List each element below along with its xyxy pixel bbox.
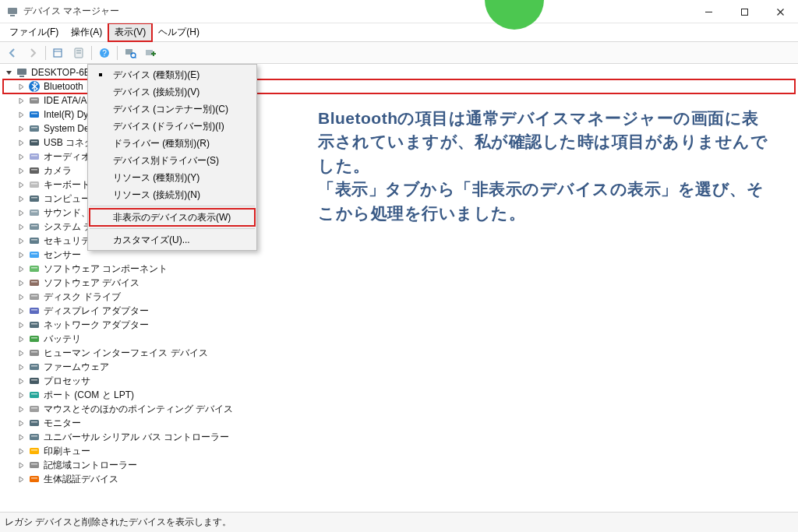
- dd-resources-by-type[interactable]: リソース (種類別)(Y): [90, 169, 255, 186]
- svg-rect-49: [31, 281, 37, 283]
- add-legacy-hardware-button[interactable]: [141, 44, 160, 62]
- device-category-icon: [28, 305, 41, 317]
- tree-expander-icon[interactable]: [16, 432, 26, 442]
- tree-expander-icon[interactable]: [16, 81, 26, 92]
- tree-expander-icon[interactable]: [16, 417, 26, 428]
- tree-item[interactable]: ファームウェア: [3, 360, 795, 374]
- tree-item[interactable]: ユニバーサル シリアル バス コントローラー: [3, 430, 795, 444]
- tree-expander-icon[interactable]: [16, 361, 26, 372]
- device-tree-pane: DESKTOP-6E4BluetoothIDE ATA/AIntel(R) Dy…: [0, 64, 798, 507]
- tree-item[interactable]: ポート (COM と LPT): [3, 388, 795, 402]
- dd-drivers-by-type[interactable]: ドライバー (種類別)(R): [90, 135, 255, 152]
- tree-item[interactable]: ソフトウェア デバイス: [3, 276, 795, 290]
- show-hide-tree-button[interactable]: [49, 44, 68, 62]
- svg-rect-1: [10, 15, 15, 16]
- forward-button[interactable]: [23, 44, 42, 62]
- svg-rect-24: [30, 111, 39, 118]
- tree-item[interactable]: ソフトウェア コンポーネント: [3, 262, 795, 276]
- scan-hardware-button[interactable]: [121, 44, 139, 62]
- tree-expander-icon[interactable]: [16, 403, 26, 414]
- tree-item[interactable]: ディスク ドライブ: [3, 290, 795, 304]
- tree-expander-icon[interactable]: [16, 235, 26, 246]
- annotation-line: 「表示」タブから「非表示のデバイスの表示」を選び、そこから処理を行いました。: [318, 178, 775, 225]
- tree-item[interactable]: ディスプレイ アダプター: [3, 304, 795, 318]
- dd-devices-by-container[interactable]: デバイス (コンテナー別)(C): [90, 100, 255, 118]
- tree-expander-icon[interactable]: [16, 305, 26, 316]
- tree-node-label: マウスとそのほかのポインティング デバイス: [44, 402, 233, 416]
- annotation-line: Bluetoothの項目は通常デバイスマネージャーの画面に表示されていますが、私…: [318, 107, 775, 178]
- toolbar: ?: [0, 42, 798, 64]
- tree-expander-icon[interactable]: [16, 109, 26, 120]
- svg-rect-44: [30, 252, 39, 258]
- svg-rect-55: [31, 323, 37, 325]
- menu-view[interactable]: 表示(V): [108, 23, 152, 41]
- tree-expander-icon[interactable]: [16, 291, 26, 302]
- tree-expander-icon[interactable]: [16, 375, 26, 386]
- svg-rect-50: [30, 294, 39, 300]
- device-category-icon: [28, 403, 41, 415]
- tree-expander-icon[interactable]: [16, 165, 26, 176]
- tree-node-label: ポート (COM と LPT): [44, 388, 134, 402]
- svg-rect-63: [31, 379, 37, 381]
- tree-item[interactable]: 生体認証デバイス: [3, 472, 795, 486]
- svg-rect-68: [30, 420, 39, 426]
- tree-node-label: Intel(R) Dy: [44, 107, 88, 122]
- tree-expander-icon[interactable]: [16, 347, 26, 358]
- tree-expander-icon[interactable]: [16, 151, 26, 162]
- minimize-button[interactable]: [690, 0, 726, 23]
- tree-expander-icon[interactable]: [16, 221, 26, 232]
- tree-expander-icon[interactable]: [16, 319, 26, 330]
- svg-rect-62: [30, 378, 39, 384]
- device-category-icon: [28, 122, 41, 135]
- tree-node-label: システム デ: [44, 220, 93, 234]
- tree-expander-icon[interactable]: [16, 277, 26, 288]
- tree-expander-icon[interactable]: [16, 446, 26, 456]
- tree-expander-icon[interactable]: [16, 333, 26, 344]
- tree-item[interactable]: ヒューマン インターフェイス デバイス: [3, 346, 795, 360]
- back-button[interactable]: [3, 44, 22, 62]
- close-button[interactable]: [762, 0, 798, 23]
- tree-item[interactable]: マウスとそのほかのポインティング デバイス: [3, 402, 795, 416]
- svg-rect-31: [31, 155, 37, 157]
- tree-expander-icon[interactable]: [16, 95, 26, 106]
- titlebar: デバイス マネージャー: [0, 0, 798, 23]
- tree-item[interactable]: バッテリ: [3, 332, 795, 346]
- dd-devices-by-driver[interactable]: デバイス (ドライバー別)(I): [90, 118, 255, 135]
- tree-expander-icon[interactable]: [3, 67, 14, 78]
- dd-show-hidden-devices[interactable]: 非表示のデバイスの表示(W): [90, 209, 255, 226]
- tree-expander-icon[interactable]: [16, 123, 26, 134]
- properties-button[interactable]: [69, 44, 88, 62]
- maximize-button[interactable]: [726, 0, 762, 23]
- tree-item[interactable]: 印刷キュー: [3, 444, 795, 458]
- dd-devices-by-connection[interactable]: デバイス (接続別)(V): [90, 83, 255, 100]
- dd-resources-by-connection[interactable]: リソース (接続別)(N): [90, 186, 255, 203]
- tree-item[interactable]: プロセッサ: [3, 374, 795, 388]
- window-controls: [690, 0, 798, 23]
- menu-help[interactable]: ヘルプ(H): [152, 23, 206, 41]
- device-category-icon: [28, 473, 41, 485]
- tree-expander-icon[interactable]: [16, 474, 26, 484]
- tree-expander-icon[interactable]: [16, 179, 26, 190]
- tree-item[interactable]: ネットワーク アダプター: [3, 318, 795, 332]
- tree-expander-icon[interactable]: [16, 249, 26, 260]
- tree-expander-icon[interactable]: [16, 389, 26, 400]
- svg-rect-74: [30, 462, 39, 468]
- tree-expander-icon[interactable]: [16, 207, 26, 218]
- tree-expander-icon[interactable]: [16, 460, 26, 470]
- svg-rect-3: [741, 9, 747, 15]
- dd-drivers-by-device[interactable]: デバイス別ドライバー(S): [90, 152, 255, 169]
- menu-action[interactable]: 操作(A): [65, 23, 108, 41]
- help-button[interactable]: ?: [95, 44, 114, 62]
- svg-rect-23: [31, 99, 37, 100]
- tree-expander-icon[interactable]: [16, 137, 26, 148]
- tree-expander-icon[interactable]: [16, 263, 26, 274]
- menu-file[interactable]: ファイル(F): [3, 23, 65, 41]
- dd-customize[interactable]: カスタマイズ(U)...: [90, 231, 255, 248]
- tree-expander-icon[interactable]: [16, 193, 26, 204]
- svg-rect-67: [31, 407, 37, 409]
- dd-devices-by-type[interactable]: デバイス (種類別)(E): [90, 66, 255, 83]
- tree-item[interactable]: 記憶域コントローラー: [3, 458, 795, 472]
- device-category-icon: [28, 291, 41, 303]
- device-category-icon: [28, 150, 41, 163]
- tree-item[interactable]: モニター: [3, 416, 795, 430]
